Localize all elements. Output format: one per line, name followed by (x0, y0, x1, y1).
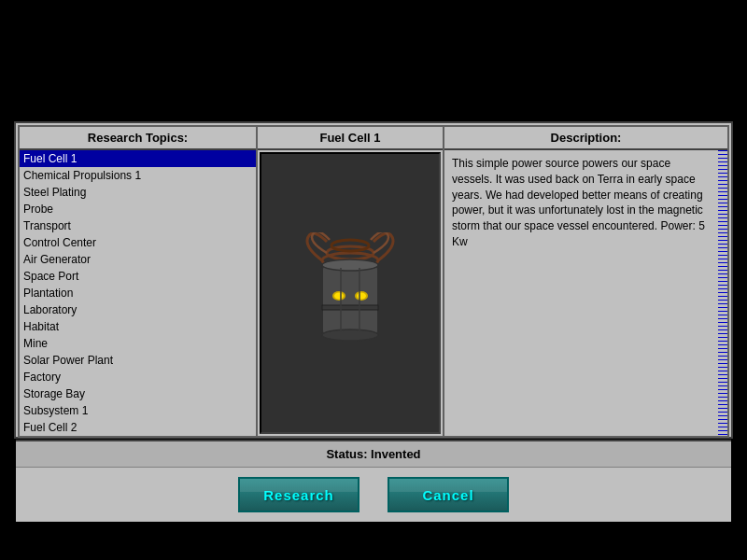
research-dialog: Research Topics: Fuel Cell 1Chemical Pro… (14, 121, 733, 439)
list-item[interactable]: Subsystem 1 (20, 402, 256, 419)
list-item[interactable]: Control Center (20, 234, 256, 251)
item-header: Fuel Cell 1 (258, 127, 443, 150)
item-panel: Fuel Cell 1 (258, 127, 444, 436)
list-item[interactable]: Solar Power Plant (20, 352, 256, 369)
list-item[interactable]: Space Port (20, 268, 256, 285)
list-item[interactable]: Fuel Cell 1 (20, 150, 256, 167)
svg-point-6 (322, 329, 378, 341)
scroll-decoration (718, 150, 727, 436)
item-image-area (260, 152, 441, 434)
list-item[interactable]: Habitat (20, 318, 256, 335)
svg-rect-3 (322, 265, 378, 335)
svg-point-8 (334, 293, 344, 300)
topics-list[interactable]: Fuel Cell 1Chemical Propulsions 1Steel P… (20, 150, 256, 436)
description-header: Description: (444, 127, 727, 150)
list-item[interactable]: Laboratory (20, 301, 256, 318)
svg-point-10 (357, 293, 366, 300)
list-item[interactable]: Transport (20, 217, 256, 234)
topics-header: Research Topics: (20, 127, 256, 150)
list-item[interactable]: Probe (20, 201, 256, 217)
list-item[interactable]: Storage Bay (20, 385, 256, 402)
svg-rect-11 (322, 305, 378, 310)
fuel-cell-icon (294, 232, 406, 354)
research-button[interactable]: Research (238, 477, 359, 512)
description-text: This simple power source powers our spac… (444, 150, 718, 436)
description-panel: Description: This simple power source po… (444, 127, 727, 436)
status-bar: Status: Invented (16, 440, 731, 468)
cancel-button[interactable]: Cancel (388, 477, 509, 512)
button-row: Research Cancel (16, 468, 731, 522)
list-item[interactable]: Fuel Cell 2 (20, 419, 256, 436)
svg-point-5 (322, 259, 378, 271)
list-item[interactable]: Steel Plating (20, 184, 256, 201)
topics-panel: Research Topics: Fuel Cell 1Chemical Pro… (20, 127, 258, 436)
list-item[interactable]: Mine (20, 335, 256, 352)
list-item[interactable]: Plantation (20, 285, 256, 301)
list-item[interactable]: Air Generator (20, 251, 256, 268)
list-item[interactable]: Chemical Propulsions 1 (20, 167, 256, 184)
list-item[interactable]: Factory (20, 369, 256, 385)
